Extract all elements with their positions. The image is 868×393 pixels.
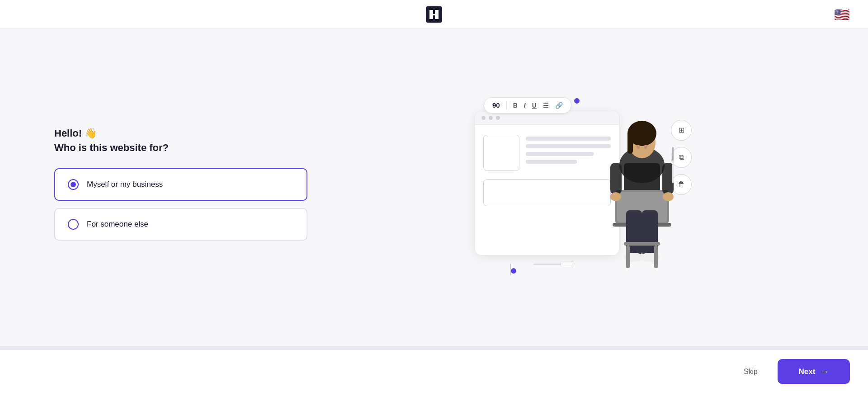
header: 🇺🇸 xyxy=(0,0,868,29)
bottom-bar xyxy=(0,346,868,350)
list-icon[interactable]: ☰ xyxy=(543,102,549,109)
option-someone-else[interactable]: For someone else xyxy=(54,208,307,241)
logo xyxy=(426,6,442,23)
toolbar-divider xyxy=(506,101,507,109)
skip-button[interactable]: Skip xyxy=(735,361,767,382)
main-content: Hello! 👋 Who is this website for? Myself… xyxy=(0,29,868,346)
option-myself[interactable]: Myself or my business xyxy=(54,168,307,201)
option-myself-label: Myself or my business xyxy=(87,180,163,189)
svg-rect-4 xyxy=(627,131,633,154)
connector-v xyxy=(510,264,511,275)
svg-rect-21 xyxy=(654,246,658,268)
dot-bottom xyxy=(511,268,516,274)
option-someone-else-label: For someone else xyxy=(87,220,148,229)
link-icon[interactable]: 🔗 xyxy=(555,102,563,109)
dot-2 xyxy=(489,116,493,120)
toolbar-float: 90 B I U ☰ 🔗 xyxy=(484,97,571,114)
greeting-text: Hello! 👋 xyxy=(54,128,307,139)
question-text: Who is this website for? xyxy=(54,142,307,154)
radio-someone-else xyxy=(68,219,79,230)
content-box xyxy=(483,179,611,206)
connector-box xyxy=(561,261,574,267)
illustration: 90 B I U ☰ 🔗 xyxy=(461,93,696,283)
content-line-4 xyxy=(526,160,577,164)
svg-rect-19 xyxy=(624,242,660,246)
footer: Skip Next → xyxy=(0,350,868,393)
italic-icon[interactable]: I xyxy=(524,102,526,109)
radio-myself xyxy=(68,179,79,190)
left-panel: Hello! 👋 Who is this website for? Myself… xyxy=(54,128,307,248)
next-label: Next xyxy=(799,367,816,376)
scrollbar-thumb xyxy=(672,147,674,161)
underline-icon[interactable]: U xyxy=(532,102,537,109)
dot-3 xyxy=(496,116,500,120)
svg-rect-13 xyxy=(610,163,622,194)
person-illustration xyxy=(597,102,687,274)
svg-point-17 xyxy=(637,145,640,149)
dot-1 xyxy=(481,116,486,120)
svg-point-15 xyxy=(610,192,621,201)
arrow-icon: → xyxy=(820,366,829,377)
bold-icon[interactable]: B xyxy=(513,102,518,109)
svg-rect-20 xyxy=(626,246,630,268)
illustration-panel: 90 B I U ☰ 🔗 xyxy=(344,79,814,296)
language-flag[interactable]: 🇺🇸 xyxy=(834,7,850,22)
content-line-3 xyxy=(526,152,594,156)
dot-top xyxy=(574,98,580,104)
next-button[interactable]: Next → xyxy=(778,359,850,384)
svg-point-18 xyxy=(644,145,647,149)
scrollbar-track xyxy=(672,147,674,183)
toolbar-number: 90 xyxy=(492,101,500,109)
svg-point-16 xyxy=(663,192,674,201)
content-image xyxy=(483,135,519,171)
